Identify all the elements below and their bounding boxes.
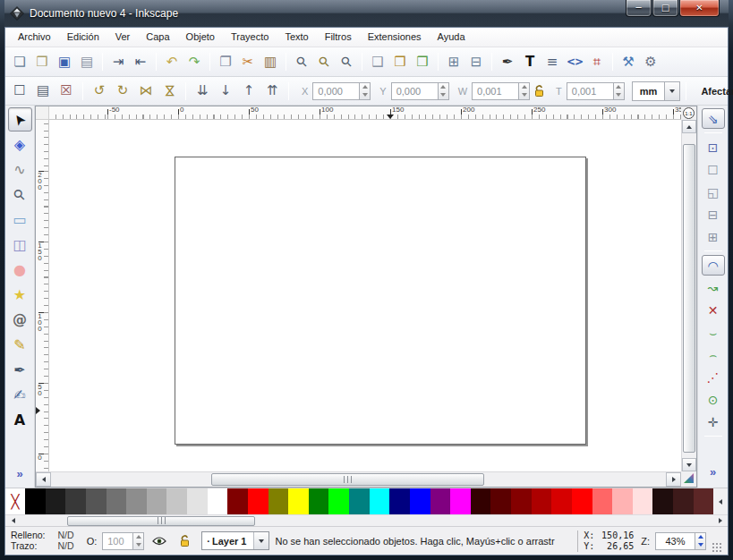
palette-swatch[interactable] [208, 488, 228, 514]
x-field[interactable]: 0,000 [312, 82, 371, 100]
menu-item[interactable]: Objeto [179, 30, 222, 45]
group-objects-button[interactable]: ⊞ [443, 51, 465, 72]
rotate-ccw-button[interactable]: ↺ [89, 81, 110, 102]
horizontal-scroll-track[interactable] [51, 472, 666, 487]
align-distribute-button[interactable]: ⌗ [586, 51, 608, 72]
palette-swatch[interactable] [107, 488, 127, 514]
palette-swatch[interactable] [592, 488, 613, 514]
snap-enable-button[interactable]: ⇘ [702, 108, 725, 129]
palette-swatch[interactable] [633, 488, 653, 514]
paste-button[interactable]: ▥ [260, 51, 281, 72]
menu-item[interactable]: Ayuda [430, 30, 473, 45]
chevron-down-icon[interactable] [664, 82, 679, 100]
menu-item[interactable]: Capa [139, 30, 176, 45]
fill-stroke-indicator[interactable]: Relleno: N/D Trazo: N/D [11, 530, 74, 551]
snap-nodes-button[interactable]: ◠ [702, 255, 725, 276]
select-all-button[interactable]: ☐ [9, 81, 30, 102]
palette-swatch[interactable] [328, 488, 349, 514]
unlink-clone-button[interactable]: ❒ [412, 51, 433, 72]
palette-swatch[interactable] [532, 488, 552, 514]
scroll-up-arrow[interactable] [682, 120, 696, 133]
palette-swatch[interactable] [187, 488, 208, 514]
window-resize-grip[interactable] [712, 542, 722, 553]
raise-to-top-button[interactable]: ⇈ [261, 81, 283, 102]
new-document-button[interactable]: ❏ [9, 51, 30, 72]
node-editor-tool[interactable]: ◈ [8, 132, 32, 157]
y-field[interactable]: 0,000 [391, 82, 449, 100]
create-clone-button[interactable]: ❒ [389, 51, 411, 72]
palette-scroll-left-arrow[interactable] [713, 488, 728, 514]
palette-swatch[interactable] [673, 488, 694, 514]
no-color-swatch[interactable]: ╳ [5, 488, 25, 514]
zoom-stepper[interactable] [695, 532, 706, 550]
zoom-field[interactable]: 43% [655, 532, 706, 550]
current-layer-dropdown[interactable]: · Layer 1 [201, 531, 269, 550]
palette-swatch[interactable] [126, 488, 147, 514]
scroll-right-arrow[interactable] [666, 472, 681, 487]
undo-button[interactable]: ↶ [161, 51, 183, 72]
palette-swatch[interactable] [511, 488, 532, 514]
xml-editor-button[interactable]: <> [564, 51, 585, 72]
palette-swatch[interactable] [652, 488, 673, 514]
selector-tool[interactable]: ➤ [8, 107, 32, 132]
palette-swatch[interactable] [65, 488, 86, 514]
zoom-to-page-button[interactable]: ⚲ [336, 51, 357, 72]
snapbar-overflow-chevron[interactable]: » [710, 465, 716, 479]
select-all-layers-button[interactable]: ▤ [32, 81, 54, 102]
opacity-stepper[interactable] [132, 532, 144, 550]
palette-swatch[interactable] [410, 488, 430, 514]
snap-cusp-nodes-button[interactable]: ⌣ [702, 322, 725, 343]
horizontal-scrollbar[interactable] [36, 471, 681, 487]
copy-button[interactable]: ❐ [215, 51, 236, 72]
snap-bbox-corners-button[interactable]: ◱ [702, 182, 725, 202]
import-button[interactable]: ⇥ [107, 51, 129, 72]
palette-swatch[interactable] [490, 488, 511, 514]
ungroup-objects-button[interactable]: ⊟ [465, 51, 487, 72]
vertical-scrollbar[interactable] [681, 120, 696, 471]
pen-tool[interactable]: ✒ [8, 358, 32, 382]
palette-swatch[interactable] [572, 488, 592, 514]
snap-bounding-box-button[interactable]: ⊡ [702, 137, 725, 157]
flip-vertical-button[interactable]: ⋈ [158, 81, 180, 102]
snap-bbox-edge-midpoints-button[interactable]: ⊟ [702, 204, 725, 225]
palette-swatch[interactable] [86, 488, 107, 514]
deselect-button[interactable]: ☒ [55, 81, 77, 102]
lower-one-step-button[interactable]: ↓ [215, 81, 236, 102]
save-document-button[interactable]: ▣ [54, 51, 75, 72]
fill-stroke-dialog-button[interactable]: ✒ [497, 51, 518, 72]
menu-item[interactable]: Archivo [11, 30, 58, 45]
chevron-down-icon[interactable] [253, 532, 268, 549]
horizontal-scroll-thumb[interactable] [211, 473, 484, 486]
star-tool[interactable]: ★ [8, 283, 32, 307]
layer-lock-toggle[interactable] [175, 531, 194, 551]
flip-horizontal-button[interactable]: ⋈ [135, 81, 157, 102]
vertical-scroll-thumb[interactable] [683, 144, 695, 453]
menu-item[interactable]: Edición [60, 30, 107, 45]
snap-bbox-edges-button[interactable]: ☐ [702, 159, 725, 180]
palette-scroll-track[interactable] [19, 516, 714, 526]
zoom-tool[interactable]: ⚲ [8, 182, 32, 207]
height-stepper[interactable] [613, 82, 625, 100]
calligraphy-tool[interactable]: ✍ [8, 383, 32, 407]
snap-to-paths-button[interactable]: ↝ [702, 277, 725, 298]
vertical-scroll-track[interactable] [682, 133, 696, 458]
export-button[interactable]: ⇤ [130, 51, 151, 72]
menu-item[interactable]: Ver [108, 30, 138, 45]
scroll-left-arrow[interactable] [36, 472, 51, 487]
rotate-cw-button[interactable]: ↻ [112, 81, 133, 102]
redo-button[interactable]: ↷ [183, 51, 205, 72]
palette-swatch[interactable] [551, 488, 572, 514]
cut-button[interactable]: ✂ [237, 51, 259, 72]
height-field[interactable]: 0,001 [567, 82, 625, 100]
text-dialog-button[interactable]: T [519, 51, 541, 72]
layer-visibility-toggle[interactable] [149, 531, 169, 551]
palette-swatch[interactable] [288, 488, 309, 514]
palette-swatch[interactable] [309, 488, 329, 514]
rectangle-tool[interactable]: ▭ [8, 208, 32, 232]
inkscape-preferences-button[interactable]: ⚒ [618, 51, 639, 72]
snap-line-midpoints-button[interactable]: ⋰ [702, 367, 725, 387]
box3d-tool[interactable]: ◫ [8, 233, 32, 257]
document-properties-button[interactable]: ⚙ [640, 51, 661, 72]
width-stepper[interactable] [518, 82, 530, 100]
snap-object-centers-button[interactable]: ⊙ [702, 389, 725, 410]
